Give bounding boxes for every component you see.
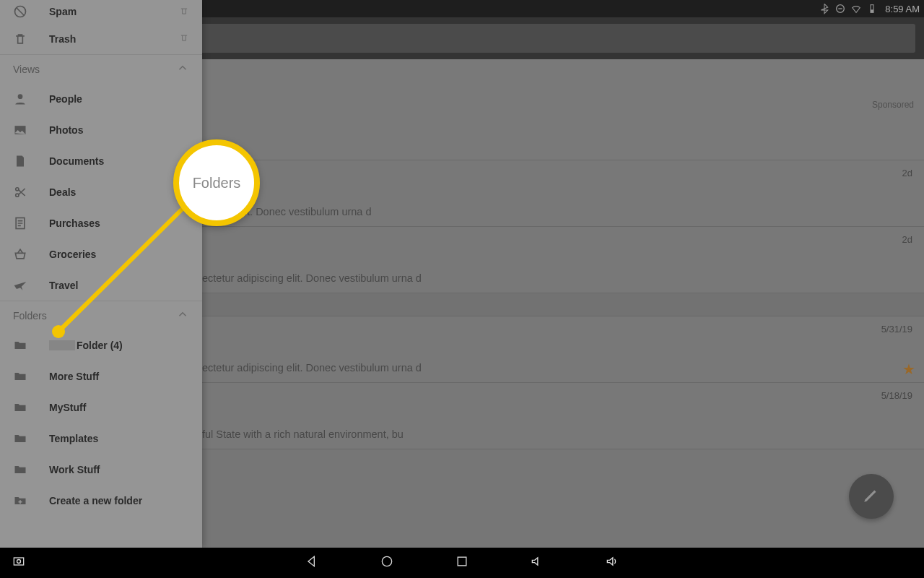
sidebar-item-spam[interactable]: Spam [0,0,202,23]
pencil-icon [862,486,881,507]
sidebar-item-label: Documents [49,155,104,167]
svg-rect-13 [458,557,466,566]
section-views[interactable]: Views [0,54,202,83]
sidebar-item-folder[interactable]: Folder (4) [0,329,202,361]
dnd-icon [834,3,846,14]
sidebar-item-purchases[interactable]: Purchases [0,207,202,238]
volume-down-button[interactable] [530,554,544,571]
mail-date: 5/18/19 [881,390,912,401]
folder-icon [13,462,27,477]
plane-icon [13,278,27,293]
sidebar-item-label: Travel [49,280,78,291]
sidebar-item-more-stuff[interactable]: More Stuff [0,361,202,392]
star-icon[interactable]: ★ [902,361,915,378]
trash-icon [13,32,27,46]
folder-icon [13,338,27,353]
sidebar-item-create-folder[interactable]: Create a new folder [0,485,202,516]
home-button[interactable] [380,554,394,571]
folder-icon [13,369,27,384]
svg-point-11 [17,560,21,564]
sidebar-item-label: Spam [49,6,77,17]
mail-date: 2d [902,168,912,178]
spam-icon [13,4,27,19]
status-clock: 8:59 AM [885,4,920,14]
sidebar-item-label: Groceries [49,249,96,260]
wifi-icon [850,3,862,14]
nav-drawer[interactable]: Spam Trash Views People Photos [0,0,202,548]
sidebar-item-templates[interactable]: Templates [0,423,202,454]
mail-preview: ful State with a rich natural environmen… [202,428,404,440]
sidebar-item-label: Photos [49,124,83,136]
volume-up-button[interactable] [605,554,619,571]
mail-preview: ectetur adipiscing elit. Donec vestibulu… [202,362,422,374]
sidebar-item-mystuff[interactable]: MyStuff [0,392,202,423]
mail-preview: ectetur adipiscing elit. Donec vestibulu… [202,272,422,284]
sweep-icon[interactable] [179,33,189,45]
redacted-text [49,340,75,350]
section-folders[interactable]: Folders [0,301,202,329]
battery-icon [866,3,878,14]
section-label: Folders [13,310,47,322]
sweep-icon[interactable] [179,6,189,18]
sidebar-item-groceries[interactable]: Groceries [0,238,202,269]
sidebar-item-trash[interactable]: Trash [0,23,202,54]
back-button[interactable] [305,554,319,571]
sidebar-item-label: Trash [49,33,76,45]
sidebar-item-travel[interactable]: Travel [0,269,202,301]
person-icon [13,92,27,106]
folder-icon [13,400,27,415]
screen: 8:59 AM Sponsored 2d lisicing elit. Done… [0,0,924,578]
sidebar-item-work-stuff[interactable]: Work Stuff [0,454,202,485]
sidebar-item-people[interactable]: People [0,83,202,114]
chevron-up-icon [176,61,189,77]
sidebar-item-label: Purchases [49,217,100,229]
basket-icon [13,247,27,262]
photo-icon [13,123,27,137]
mail-preview: lisicing elit. Donec vestibulum urna d [202,206,372,217]
screenshot-icon[interactable] [12,554,33,571]
add-folder-icon [13,493,27,508]
compose-button[interactable] [849,474,894,519]
sidebar-item-label: MyStuff [49,402,86,413]
svg-rect-3 [871,9,873,12]
section-label: Views [13,64,40,75]
sidebar-item-label: People [49,93,82,105]
sidebar-item-label: Work Stuff [49,464,100,475]
sidebar-item-label: Deals [49,186,76,198]
svg-point-5 [18,94,23,99]
sidebar-item-photos[interactable]: Photos [0,114,202,145]
sidebar-item-label: Folder (4) [77,340,123,351]
scissors-icon [13,185,27,199]
sidebar-item-label: Create a new folder [49,495,142,506]
mail-date: 2d [902,234,912,245]
folder-icon [13,431,27,446]
svg-rect-10 [14,558,23,565]
system-nav-bar [0,548,924,578]
sidebar-item-documents[interactable]: Documents [0,145,202,176]
svg-point-12 [382,556,391,566]
receipt-icon [13,216,27,230]
bluetooth-icon [819,3,830,14]
chevron-up-icon [176,308,189,323]
sponsored-label: Sponsored [872,100,914,110]
document-icon [13,154,27,168]
recents-button[interactable] [455,554,469,571]
mail-date: 5/31/19 [881,324,912,335]
sidebar-item-label: More Stuff [49,371,99,382]
sidebar-item-label: Templates [49,433,98,444]
sidebar-item-deals[interactable]: Deals [0,176,202,207]
